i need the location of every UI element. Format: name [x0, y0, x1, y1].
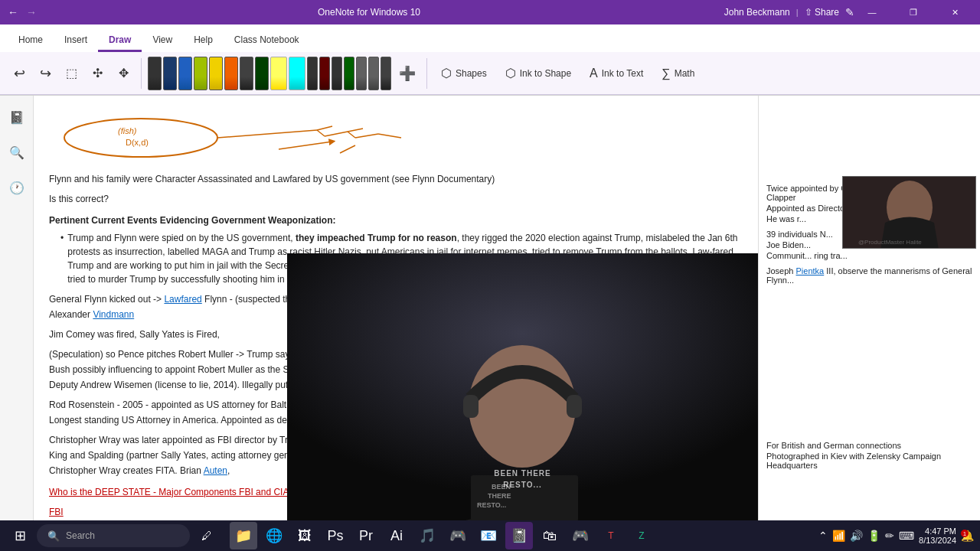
taskbar-xbox[interactable]: 🎮	[567, 522, 594, 549]
feedback-btn[interactable]: ✎	[845, 6, 854, 18]
sep2	[426, 58, 427, 89]
line-correct: Is this correct?	[49, 192, 743, 206]
ribbon: Home Insert Draw View Help Class Noteboo…	[0, 24, 980, 96]
section-header-government: Pertinent Current Events Evidencing Gove…	[49, 214, 743, 227]
taskbar-photoshop[interactable]: Ps	[322, 522, 349, 549]
pen-narrow7[interactable]	[381, 57, 391, 90]
pen-darkblue[interactable]	[163, 57, 177, 90]
link-lawfared[interactable]: Lawfared	[164, 294, 201, 305]
minimize-button[interactable]: —	[854, 0, 890, 24]
tab-view[interactable]: View	[142, 30, 183, 52]
taskbar-cortana[interactable]: 🖊	[193, 522, 220, 549]
note-content[interactable]: (fish) D(x,d) Fl	[34, 96, 758, 521]
rp-line6: Communit... ring tra...	[766, 251, 972, 260]
svg-line-10	[378, 134, 401, 138]
math-button[interactable]: ∑ Math	[654, 61, 702, 86]
svg-line-8	[348, 132, 355, 138]
link-fbi[interactable]: FBI	[49, 507, 64, 517]
pen-narrow3[interactable]	[332, 57, 342, 90]
clock[interactable]: 4:47 PM 8/13/2024	[919, 527, 956, 545]
svg-text:THERE: THERE	[488, 492, 511, 500]
window-title: OneNote for Windows 10	[37, 7, 701, 18]
tray-pen[interactable]: ✏	[885, 530, 894, 542]
pen-black[interactable]	[148, 57, 162, 90]
pen-narrow1[interactable]	[307, 57, 318, 90]
start-button[interactable]: ⊞	[6, 522, 34, 549]
pen-group	[148, 57, 391, 90]
close-button[interactable]: ✕	[937, 0, 972, 24]
tab-draw[interactable]: Draw	[98, 30, 142, 52]
sidebar-icon-recent[interactable]: 🕐	[3, 174, 31, 201]
taskbar-steam[interactable]: 🎮	[444, 522, 472, 549]
pen-orange[interactable]	[224, 57, 238, 90]
shapes-button[interactable]: ⬡ Shapes	[433, 61, 495, 86]
link-pientka[interactable]: Pientka	[796, 266, 825, 276]
taskbar-spotify[interactable]: 🎵	[413, 522, 441, 549]
tab-home[interactable]: Home	[8, 30, 54, 52]
svg-line-6	[325, 132, 348, 136]
pen-darkgreen[interactable]	[255, 57, 269, 90]
ink-to-shape-button[interactable]: ⬡ Ink to Shape	[498, 61, 579, 86]
pen-narrow4[interactable]	[344, 57, 354, 90]
ink-to-text-button[interactable]: A Ink to Text	[582, 61, 651, 86]
sketch-area: (fish) D(x,d)	[49, 107, 743, 168]
pen-yellow[interactable]	[209, 57, 223, 90]
link-deep-state[interactable]: Who is the DEEP STATE - Major Components…	[49, 487, 289, 497]
link-vindmann[interactable]: Vindmann	[93, 309, 134, 320]
svg-line-5	[317, 130, 325, 136]
taskbar-illustrator[interactable]: Ai	[383, 522, 410, 549]
tray-expand[interactable]: ⌃	[818, 530, 828, 542]
pen-blue[interactable]	[178, 57, 192, 90]
pen-narrow6[interactable]	[368, 57, 379, 90]
pen-dark[interactable]	[240, 57, 253, 90]
taskbar-teams[interactable]: T	[597, 522, 625, 549]
pen-highlight-cyan[interactable]	[289, 57, 305, 90]
title-bar: ← → OneNote for Windows 10 John Beckmann…	[0, 0, 980, 24]
tray-volume[interactable]: 🔊	[850, 530, 863, 542]
lasso-button[interactable]: ⬚	[60, 55, 83, 92]
move-button[interactable]: ✥	[112, 55, 135, 92]
taskbar-photos[interactable]: 🖼	[291, 522, 318, 549]
taskbar-premiere[interactable]: Pr	[352, 522, 380, 549]
search-box[interactable]: 🔍	[37, 524, 190, 547]
nav-back[interactable]: ←	[8, 6, 18, 18]
svg-line-9	[355, 134, 378, 138]
sidebar-icon-search[interactable]: 🔍	[3, 139, 31, 166]
transform-button[interactable]: ✣	[86, 55, 109, 92]
taskbar-zoom[interactable]: Z	[628, 522, 655, 549]
pen-green-yellow[interactable]	[194, 57, 207, 90]
taskbar-edge[interactable]: 🌐	[260, 522, 288, 549]
tab-insert[interactable]: Insert	[54, 30, 98, 52]
rp-zelensky: Photographed in Kiev with Zelensky Campa…	[766, 452, 972, 470]
tray-battery[interactable]: 🔋	[867, 530, 880, 542]
tab-class-notebook[interactable]: Class Notebook	[224, 30, 310, 52]
sidebar-icon-notebooks[interactable]: 📓	[3, 103, 31, 131]
tray-network[interactable]: 📶	[832, 530, 845, 542]
taskbar-store[interactable]: 🛍	[536, 522, 564, 549]
restore-button[interactable]: ❐	[896, 0, 931, 24]
taskbar-onenote[interactable]: 📓	[505, 522, 533, 549]
share-btn[interactable]: ⇧ Share	[805, 7, 839, 18]
svg-text:@ProductMaster Halite: @ProductMaster Halite	[858, 239, 922, 246]
add-pen-button[interactable]: ➕	[394, 55, 420, 92]
taskbar-fileexplorer[interactable]: 📁	[230, 522, 257, 549]
nav-forward[interactable]: →	[26, 6, 37, 18]
pen-narrow2[interactable]	[319, 57, 330, 90]
redo-button[interactable]: ↪	[34, 55, 57, 92]
main-area: 📓 🔍 🕐 (fish) D(x,d)	[0, 96, 980, 521]
svg-line-11	[279, 142, 332, 149]
pen-narrow5[interactable]	[356, 57, 367, 90]
video-content: BEEN THERE RESTO... BEEN THERE RESTO...	[287, 253, 758, 521]
undo-button[interactable]: ↩	[8, 55, 31, 92]
tab-help[interactable]: Help	[183, 30, 224, 52]
tray-notification[interactable]: 🔔 1	[961, 530, 974, 542]
search-input[interactable]	[66, 530, 181, 541]
taskbar-mail[interactable]: 📧	[475, 522, 502, 549]
pen-highlight-yellow[interactable]	[270, 57, 287, 90]
small-cam-overlay: @ProductMaster Halite	[842, 176, 976, 249]
rp-british: For British and German connections	[766, 441, 972, 450]
tray-keyboard[interactable]: ⌨	[899, 530, 914, 542]
svg-rect-16	[463, 395, 479, 418]
link-auten[interactable]: Auten	[204, 465, 227, 476]
svg-text:RESTO...: RESTO...	[477, 501, 506, 509]
